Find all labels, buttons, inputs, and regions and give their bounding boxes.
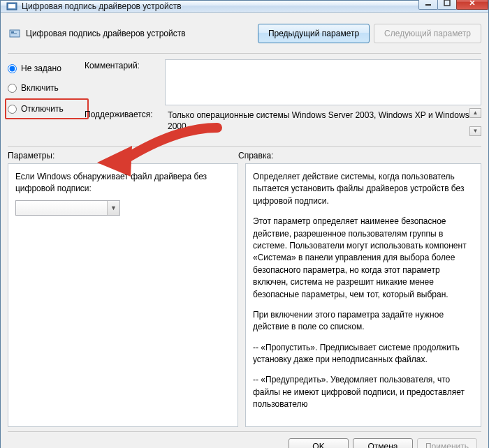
dialog-body: Цифровая подпись драйверов устройств Пре… <box>1 13 488 448</box>
radio-enabled-label: Включить <box>21 83 59 93</box>
close-button[interactable] <box>456 0 488 10</box>
comment-row: Комментарий: <box>85 59 481 105</box>
window-title: Цифровая подпись драйверов устройств <box>22 1 419 11</box>
svg-rect-2 <box>425 4 431 6</box>
panels: Если Windows обнаруживает файл драйвера … <box>8 163 481 427</box>
separator <box>8 146 481 147</box>
svg-rect-6 <box>11 33 17 34</box>
help-p5: -- «Предупредить». Уведомляет пользовате… <box>253 374 474 410</box>
radio-enabled[interactable]: Включить <box>8 82 85 94</box>
state-radio-group: Не задано Включить Отключить <box>8 59 85 139</box>
header-row: Цифровая подпись драйверов устройств Пре… <box>8 17 481 54</box>
options-param-label: Если Windows обнаруживает файл драйвера … <box>15 171 231 195</box>
help-p1: Определяет действие системы, когда польз… <box>253 171 474 207</box>
meta-column: Комментарий: Поддерживается: Только опер… <box>85 59 481 139</box>
chevron-down-icon[interactable]: ▼ <box>107 201 119 215</box>
help-label: Справка: <box>238 151 273 160</box>
supported-scrollbar[interactable]: ▲ ▼ <box>469 108 481 136</box>
radio-not-configured-input[interactable] <box>8 64 17 73</box>
policy-icon <box>9 28 20 39</box>
maximize-button[interactable] <box>437 0 457 10</box>
radio-not-configured[interactable]: Не задано <box>8 62 85 75</box>
svg-rect-5 <box>11 31 14 33</box>
supported-label: Поддерживается: <box>85 108 165 136</box>
supported-row: Поддерживается: Только операционные сист… <box>85 108 481 136</box>
supported-value: Только операционные системы Windows Serv… <box>168 110 469 131</box>
radio-not-configured-label: Не задано <box>21 64 61 73</box>
app-icon <box>6 1 17 12</box>
options-panel: Если Windows обнаруживает файл драйвера … <box>8 163 238 427</box>
radio-enabled-input[interactable] <box>8 84 17 93</box>
section-labels: Параметры: Справка: <box>8 151 481 160</box>
prev-setting-button[interactable]: Предыдущий параметр <box>258 24 370 43</box>
titlebar: Цифровая подпись драйверов устройств <box>1 1 488 13</box>
radio-disabled[interactable]: Отключить <box>8 103 83 115</box>
comment-label: Комментарий: <box>85 59 165 105</box>
ok-button[interactable]: OK <box>289 438 349 448</box>
supported-text: Только операционные системы Windows Serv… <box>165 108 481 136</box>
options-combo[interactable]: ▼ <box>15 200 120 216</box>
help-p3: При включении этого параметра задайте ну… <box>253 309 474 334</box>
dialog-footer: OK Отмена Применить <box>8 431 481 448</box>
highlight-box: Отключить <box>5 98 89 119</box>
cancel-button[interactable]: Отмена <box>353 438 413 448</box>
svg-rect-3 <box>444 0 450 6</box>
svg-rect-1 <box>8 4 15 8</box>
window-controls <box>419 0 488 10</box>
config-section: Не задано Включить Отключить Комментарий… <box>8 54 481 146</box>
page-title: Цифровая подпись драйверов устройств <box>26 29 254 38</box>
help-p4: -- «Пропустить». Предписывает системе пр… <box>253 342 474 366</box>
apply-button: Применить <box>417 438 477 448</box>
dialog-window: Цифровая подпись драйверов устройств Циф… <box>0 0 489 448</box>
help-p2: Этот параметр определяет наименее безопа… <box>253 216 474 301</box>
scroll-down-icon[interactable]: ▼ <box>469 126 481 136</box>
radio-disabled-label: Отключить <box>21 104 64 114</box>
minimize-button[interactable] <box>418 0 438 10</box>
scroll-up-icon[interactable]: ▲ <box>469 108 481 118</box>
comment-input[interactable] <box>165 59 481 105</box>
options-label: Параметры: <box>8 151 238 160</box>
radio-disabled-input[interactable] <box>8 105 17 114</box>
help-panel[interactable]: Определяет действие системы, когда польз… <box>245 163 481 427</box>
next-setting-button: Следующий параметр <box>374 24 481 43</box>
